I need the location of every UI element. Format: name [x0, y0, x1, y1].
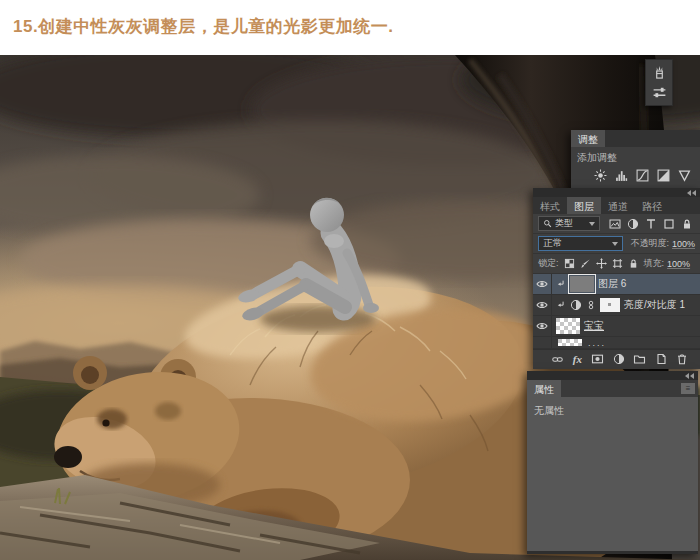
blend-mode-value: 正常: [543, 237, 562, 250]
adjustments-tabbar: 调整: [571, 130, 700, 147]
fill-label: 填充:: [644, 257, 665, 270]
filter-kind-label: 类型: [555, 217, 573, 230]
adjustment-layer-icon[interactable]: [570, 299, 582, 311]
new-layer-icon[interactable]: [655, 353, 667, 365]
brightness-contrast-icon[interactable]: [594, 169, 607, 182]
properties-panel-header: [527, 371, 698, 380]
layer-row-brightness-contrast[interactable]: 亮度/对比度 1: [533, 295, 700, 316]
lock-artboard-icon[interactable]: [612, 258, 623, 269]
lock-label: 锁定:: [538, 257, 559, 270]
layer-name: ....: [588, 341, 606, 345]
lock-pixels-icon[interactable]: [580, 258, 591, 269]
delete-layer-icon[interactable]: [676, 353, 688, 365]
filter-type-layers-icon[interactable]: [645, 218, 657, 230]
layer-row-baby[interactable]: 宝宝: [533, 316, 700, 337]
filter-kind-dropdown[interactable]: 类型: [538, 216, 600, 231]
filter-smart-objects-icon[interactable]: [681, 218, 693, 230]
layer-thumbnail-gray[interactable]: [570, 276, 594, 292]
layer-row-gray[interactable]: 图层 6: [533, 274, 700, 295]
mask-link-icon: [586, 299, 596, 311]
layer-name[interactable]: 亮度/对比度 1: [624, 298, 685, 312]
clipping-mask-icon: [556, 279, 566, 289]
adjustments-panel: 调整 添加调整: [571, 130, 700, 192]
layer-thumbnail-transparent: [558, 339, 582, 346]
add-layer-mask-icon[interactable]: [591, 353, 604, 365]
brush-panel-icon[interactable]: [652, 65, 667, 80]
layer-list: 图层 6 亮度/对比度 1 宝宝 ....: [533, 274, 700, 349]
opacity-value[interactable]: 100%: [672, 239, 695, 249]
chevron-down-icon: [612, 242, 618, 246]
clipping-mask-icon: [556, 300, 566, 310]
visibility-eye-icon[interactable]: [533, 274, 552, 294]
collapse-panel-icon[interactable]: [687, 190, 696, 196]
levels-icon[interactable]: [615, 169, 628, 182]
link-layers-icon[interactable]: [551, 354, 564, 365]
properties-panel: 属性 ≡ 无属性: [527, 371, 698, 554]
layer-effects-icon[interactable]: fx: [573, 353, 582, 365]
filter-adjustment-layers-icon[interactable]: [627, 218, 639, 230]
search-icon: [543, 219, 552, 228]
opacity-label: 不透明度:: [630, 237, 669, 250]
layer-row-partial[interactable]: ....: [533, 337, 700, 349]
new-adjustment-layer-icon[interactable]: [613, 353, 625, 365]
chevron-down-icon: [589, 222, 595, 226]
layer-thumbnail-transparent[interactable]: [556, 318, 580, 334]
properties-tabbar: 属性 ≡: [527, 380, 698, 397]
layer-name[interactable]: 图层 6: [598, 277, 626, 291]
no-properties-label: 无属性: [534, 405, 564, 416]
exposure-icon[interactable]: [657, 169, 670, 182]
add-adjustment-label: 添加调整: [577, 151, 694, 165]
visibility-eye-icon[interactable]: [533, 295, 552, 315]
visibility-eye-icon[interactable]: [533, 337, 552, 349]
layer-mask-thumbnail[interactable]: [600, 298, 620, 312]
layers-panel-header: [533, 188, 700, 197]
layers-panel: 样式 图层 通道 路径 类型 正常 不透明度: 100% 锁定:: [533, 188, 700, 369]
curves-icon[interactable]: [636, 169, 649, 182]
layer-name[interactable]: 宝宝: [584, 319, 604, 333]
filter-row: 类型: [533, 214, 700, 234]
tab-channels[interactable]: 通道: [601, 197, 635, 214]
filter-shape-layers-icon[interactable]: [663, 218, 675, 230]
new-group-icon[interactable]: [633, 353, 646, 365]
lock-position-icon[interactable]: [596, 258, 607, 269]
tab-styles[interactable]: 样式: [533, 197, 567, 214]
lock-all-icon[interactable]: [628, 258, 639, 269]
vibrance-icon[interactable]: [678, 169, 691, 182]
collapse-panel-icon[interactable]: [685, 373, 694, 379]
panel-dock-strip: [645, 59, 673, 106]
tab-paths[interactable]: 路径: [635, 197, 669, 214]
layers-bottom-toolbar: fx: [533, 349, 700, 368]
lock-transparency-icon[interactable]: [564, 258, 575, 269]
layers-tabbar: 样式 图层 通道 路径: [533, 197, 700, 214]
tab-layers[interactable]: 图层: [567, 197, 601, 214]
visibility-eye-icon[interactable]: [533, 316, 552, 336]
lock-row: 锁定: 填充: 100%: [533, 254, 700, 274]
blend-row: 正常 不透明度: 100%: [533, 234, 700, 254]
tab-adjustments[interactable]: 调整: [571, 130, 605, 147]
fill-value[interactable]: 100%: [667, 259, 690, 269]
page-title: 15.创建中性灰灰调整层，是儿童的光影更加统一.: [13, 15, 393, 38]
filter-pixel-layers-icon[interactable]: [609, 218, 621, 230]
tab-properties[interactable]: 属性: [527, 380, 561, 397]
panel-menu-icon[interactable]: ≡: [681, 383, 695, 394]
sliders-panel-icon[interactable]: [652, 85, 667, 100]
blend-mode-dropdown[interactable]: 正常: [538, 236, 623, 251]
